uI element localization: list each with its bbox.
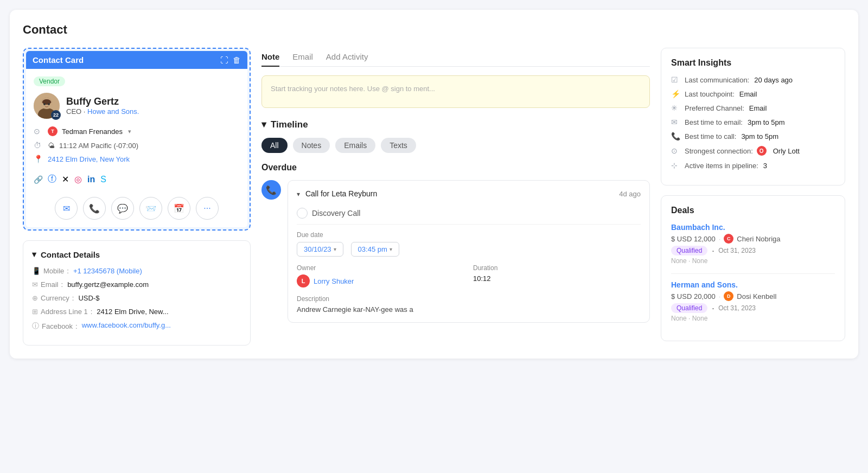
- check-circle-icon[interactable]: [297, 208, 308, 219]
- call-icon: 📞: [261, 180, 281, 200]
- chevron-down-icon: ▾: [32, 250, 36, 259]
- deal-2-badge-row: Qualified · Oct 31, 2023: [671, 303, 835, 313]
- deal-1-badge: Qualified: [671, 246, 707, 255]
- facebook-detail-icon: ⓘ: [32, 321, 39, 331]
- mobile-value[interactable]: +1 12345678 (Mobile): [73, 267, 142, 275]
- owner-duration-row: Owner L Lorry Shuker Duration 10:12: [297, 264, 641, 287]
- email-row: ✉ Email: buffy.gertz@example.com: [32, 280, 241, 289]
- left-column: Contact Card ⛶ 🗑 Vendor: [23, 48, 251, 346]
- currency-label: ⊕ Currency:: [32, 294, 74, 302]
- timeline-header[interactable]: ▾ Timeline: [261, 119, 650, 130]
- connection-avatar: O: [757, 146, 767, 156]
- pref-channel-value: Email: [749, 104, 767, 112]
- currency-value: USD-$: [78, 294, 99, 302]
- owner-name: Tedman Frenandes: [62, 127, 123, 136]
- instagram-icon[interactable]: ◎: [74, 174, 82, 184]
- move-icon[interactable]: ⛶: [220, 55, 228, 65]
- deal-item-1: Baumbach Inc. $ USD 12,000 · C Cheri Nob…: [671, 223, 835, 265]
- time-row: ⏱ 🌤 11:12 AM Pacific (-07:00): [34, 141, 240, 150]
- filter-notes[interactable]: Notes: [293, 138, 330, 153]
- strongest-connection-row: ⊙ Strongest connection: O Orly Lott: [671, 146, 835, 156]
- note-input[interactable]: Start tracking your notes here. Use @ si…: [261, 75, 650, 108]
- deal-1-owner-avatar: C: [724, 234, 733, 244]
- address-row: 📍 2412 Elm Drive, New York: [34, 155, 240, 163]
- skype-icon[interactable]: S: [100, 175, 106, 184]
- tab-email[interactable]: Email: [292, 48, 313, 67]
- strongest-conn-label: Strongest connection:: [685, 147, 753, 155]
- filter-all[interactable]: All: [261, 138, 288, 153]
- facebook-row: ⓘ Facebook: www.facebook.com/buffy.g...: [32, 321, 241, 331]
- contact-details-header[interactable]: ▾ Contact Details: [32, 250, 241, 259]
- owner-initial: L: [297, 274, 310, 287]
- deal-2-name[interactable]: Herman and Sons.: [671, 280, 835, 289]
- filter-emails[interactable]: Emails: [335, 138, 375, 153]
- deals-card: Deals Baumbach Inc. $ USD 12,000 · C Che…: [661, 195, 845, 341]
- tab-note[interactable]: Note: [261, 48, 279, 67]
- activity-title-row: ▾ Call for Leta Reyburn 4d ago: [297, 189, 641, 198]
- deal-1-name[interactable]: Baumbach Inc.: [671, 223, 835, 232]
- social-link-row: 🔗 ⓕ ✕ ◎ in S: [34, 168, 240, 190]
- link-icon: 🔗: [34, 175, 43, 184]
- active-items-label: Active items in pipeline:: [685, 162, 758, 170]
- company-link[interactable]: Howe and Sons.: [87, 107, 139, 116]
- deal-2-none: None · None: [671, 315, 835, 322]
- deal-2-amount: $ USD 20,000: [671, 292, 716, 301]
- discovery-call-text: Discovery Call: [312, 209, 360, 218]
- address-label: ⊞ Address Line 1:: [32, 308, 92, 316]
- contact-time: 11:12 AM Pacific (-07:00): [59, 142, 138, 150]
- more-button[interactable]: ···: [196, 197, 219, 220]
- call-clock-icon: 📞: [671, 132, 681, 140]
- activity-time: 4d ago: [619, 190, 641, 198]
- timeline-chevron-icon: ▾: [261, 119, 266, 130]
- facebook-value[interactable]: www.facebook.com/buffy.g...: [82, 321, 171, 329]
- pipeline-icon: ⊹: [671, 161, 681, 170]
- date-picker-button[interactable]: 30/10/23 ▾: [297, 242, 343, 257]
- channel-icon: ✳: [671, 104, 681, 112]
- message-button[interactable]: 💬: [111, 197, 134, 220]
- contact-card-actions: ⛶ 🗑: [220, 55, 241, 65]
- email-label: ✉ Email:: [32, 280, 63, 289]
- tab-add-activity[interactable]: Add Activity: [326, 48, 368, 67]
- timeline-filter: All Notes Emails Texts: [261, 138, 650, 153]
- deal-2-badge: Qualified: [671, 303, 707, 313]
- activity-row: 📞 ▾ Call for Leta Reyburn 4d ago Discove…: [261, 180, 650, 323]
- email-clock-icon: ✉: [671, 118, 681, 126]
- email-value: buffy.gertz@example.com: [67, 280, 149, 289]
- owner-row: ⊙ T Tedman Frenandes ▾: [34, 126, 240, 136]
- active-items-value: 3: [763, 162, 767, 170]
- envelope-button[interactable]: 📨: [139, 197, 162, 220]
- phone-button[interactable]: 📞: [83, 197, 106, 220]
- smart-insights-title: Smart Insights: [671, 58, 835, 68]
- address-link[interactable]: 2412 Elm Drive, New York: [48, 155, 130, 163]
- timeline-title: Timeline: [271, 119, 308, 130]
- activity-title: ▾ Call for Leta Reyburn: [297, 189, 377, 198]
- address-line1-row: ⊞ Address Line 1: 2412 Elm Drive, New...: [32, 308, 241, 316]
- location-icon: 📍: [34, 155, 43, 163]
- delete-icon[interactable]: 🗑: [233, 55, 241, 65]
- email-button[interactable]: ✉: [55, 197, 78, 220]
- best-time-call-row: 📞 Best time to call: 3pm to 5pm: [671, 132, 835, 140]
- contact-role: CEO · Howe and Sons.: [66, 107, 139, 116]
- owner-chevron-icon[interactable]: ▾: [128, 128, 131, 135]
- activity-chevron-icon[interactable]: ▾: [297, 190, 300, 198]
- mobile-row: 📱 Mobile: +1 12345678 (Mobile): [32, 267, 241, 275]
- description-text: Andrew Carnegie kar-NAY-gee was a: [297, 305, 641, 314]
- filter-texts[interactable]: Texts: [381, 138, 416, 153]
- time-picker-button[interactable]: 03:45 pm ▾: [351, 242, 399, 257]
- activity-card: ▾ Call for Leta Reyburn 4d ago Discovery…: [288, 180, 650, 323]
- facebook-icon[interactable]: ⓕ: [48, 174, 56, 185]
- owner-name-link[interactable]: Lorry Shuker: [314, 277, 354, 285]
- x-twitter-icon[interactable]: ✕: [62, 174, 69, 184]
- deal-1-badge-row: Qualified · Oct 31, 2023: [671, 246, 835, 255]
- linkedin-icon[interactable]: in: [87, 175, 95, 184]
- owner-label: Owner: [297, 264, 464, 272]
- calendar-button[interactable]: 📅: [168, 197, 190, 220]
- discovery-call-row: Discovery Call: [297, 202, 641, 225]
- duration-value: 10:12: [473, 274, 641, 283]
- sun-icon: 🌤: [48, 142, 55, 150]
- deal-item-2: Herman and Sons. $ USD 20,000 · D Dosi K…: [671, 280, 835, 322]
- time-chevron-icon: ▾: [390, 246, 392, 252]
- clock-icon: ⏱: [34, 141, 43, 150]
- currency-row: ⊕ Currency: USD-$: [32, 294, 241, 302]
- contact-card: Contact Card ⛶ 🗑 Vendor: [23, 48, 251, 231]
